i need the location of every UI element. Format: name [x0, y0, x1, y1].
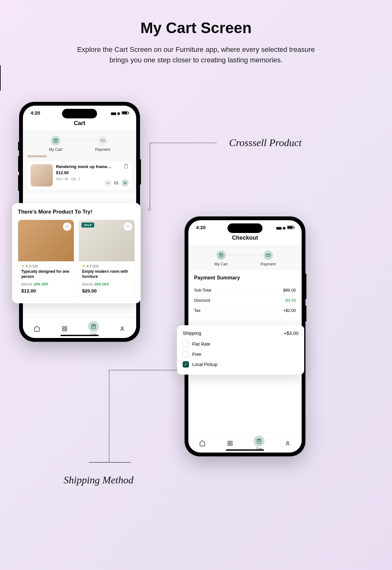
- progress-stepper: My Cart Payment: [188, 246, 302, 270]
- connector-line: [109, 370, 109, 462]
- screen-title-cart: Cart: [23, 117, 136, 131]
- product-name: Typically designed for one person: [21, 269, 71, 279]
- screen-title-checkout: Checkout: [188, 232, 302, 246]
- annotation-divider: [0, 65, 1, 91]
- progress-stepper: My Cart Payment: [23, 131, 136, 155]
- status-icons: [276, 225, 294, 230]
- connector-line: [109, 370, 178, 370]
- nav-categories[interactable]: [226, 439, 234, 448]
- product-discount: 10% OFF: [33, 282, 48, 286]
- qty-minus-button[interactable]: −: [104, 179, 111, 186]
- home-indicator: [60, 335, 99, 336]
- nav-cart[interactable]: Cart: [254, 436, 264, 451]
- svg-rect-1: [101, 139, 105, 142]
- cart-item-price: $12.00: [56, 170, 129, 175]
- bottom-nav: Cart: [188, 432, 302, 453]
- signal-icon: [111, 110, 116, 116]
- qty-value: 01: [114, 181, 119, 185]
- shipping-option-free[interactable]: Free: [183, 349, 298, 359]
- product-oldprice: $20.00: [82, 282, 93, 286]
- crosssell-title: There's More Product To Try!: [18, 209, 135, 215]
- trash-icon[interactable]: [123, 164, 129, 169]
- svg-rect-13: [231, 441, 232, 443]
- product-price: $20.00: [82, 288, 131, 293]
- svg-rect-6: [65, 329, 67, 331]
- payment-summary-title: Payment Summary: [194, 275, 296, 281]
- status-time: 4:20: [196, 225, 206, 230]
- product-card[interactable]: ♡ ★4.3 (10) Typically designed for one p…: [18, 220, 74, 298]
- nav-home[interactable]: [32, 324, 41, 333]
- signal-icon: [276, 225, 281, 230]
- wifi-icon: [283, 225, 286, 230]
- svg-rect-3: [63, 327, 64, 328]
- discount-label: Discount: [194, 298, 210, 303]
- product-card[interactable]: SALE ♡ ★4.3 (10) Empty modern room with …: [79, 220, 135, 298]
- heart-icon[interactable]: ♡: [63, 222, 71, 231]
- nav-cart[interactable]: Cart: [88, 321, 99, 336]
- step-cart-label: My Cart: [49, 147, 62, 152]
- svg-rect-14: [228, 444, 230, 445]
- nav-profile[interactable]: [283, 439, 292, 448]
- shipping-option-flat[interactable]: Flat Rate: [183, 339, 298, 349]
- star-icon: ★: [82, 264, 85, 268]
- svg-rect-4: [65, 327, 67, 328]
- nav-home[interactable]: [198, 439, 207, 448]
- connector-line: [150, 143, 216, 143]
- nav-profile[interactable]: [118, 324, 127, 333]
- subtotal-label: Sub Total: [194, 288, 211, 292]
- checkbox-checked-icon[interactable]: ✓: [183, 361, 189, 368]
- page-subtitle: Explore the Cart Screen on our Furniture…: [72, 44, 320, 65]
- bottom-nav: Cart: [23, 318, 136, 338]
- annotation-crosssell: Crosssell Product: [229, 137, 302, 149]
- star-icon: ★: [21, 264, 24, 268]
- step-payment-label: Payment: [95, 147, 110, 152]
- discount-value: -$4.50: [284, 298, 296, 303]
- step-cart-icon[interactable]: [51, 136, 60, 145]
- tax-label: Tax: [194, 308, 200, 313]
- tax-value: +$2.00: [283, 308, 296, 313]
- product-rating: ★4.3 (10): [82, 264, 131, 268]
- cart-item-qty-label: Qty: 1: [71, 177, 80, 181]
- annotation-shipping: Shipping Method: [64, 474, 134, 486]
- cart-item-image: [31, 164, 53, 186]
- product-rating: ★4.3 (10): [21, 264, 71, 268]
- heart-icon[interactable]: ♡: [124, 222, 132, 231]
- status-time: 4:20: [31, 110, 40, 116]
- subtotal-value: $88.00: [283, 288, 296, 292]
- nav-categories[interactable]: [60, 324, 69, 333]
- svg-rect-5: [63, 329, 64, 331]
- shipping-option-pickup[interactable]: ✓Local Pickup: [183, 359, 298, 369]
- product-image: SALE ♡: [79, 220, 135, 261]
- connector-line: [150, 143, 150, 209]
- shipping-value: +$3.00: [284, 330, 298, 336]
- step-payment-icon[interactable]: [263, 250, 273, 260]
- checkbox-icon[interactable]: [183, 351, 189, 357]
- svg-rect-10: [266, 254, 270, 257]
- crosssell-panel: There's More Product To Try! ♡ ★4.3 (10)…: [12, 203, 141, 303]
- step-payment-label: Payment: [261, 262, 276, 266]
- product-image: ♡: [18, 220, 74, 261]
- cart-item-name: Rendering mock up frame…: [56, 164, 129, 169]
- svg-point-8: [121, 327, 123, 329]
- wifi-icon: [117, 110, 120, 116]
- status-icons: [111, 110, 129, 116]
- checkbox-icon[interactable]: [183, 341, 189, 347]
- product-discount: 15% OFF: [94, 282, 109, 286]
- battery-icon: [287, 226, 294, 229]
- battery-icon: [122, 111, 129, 115]
- step-cart-icon[interactable]: [216, 250, 226, 260]
- step-cart-label: My Cart: [214, 262, 228, 266]
- shipping-label: Shipping: [183, 330, 201, 336]
- product-name: Empty modern room with furniture: [82, 269, 131, 279]
- sale-badge: SALE: [81, 222, 94, 228]
- cart-item-size: Size: M: [56, 177, 68, 181]
- shipping-panel: Shipping +$3.00 Flat Rate Free ✓Local Pi…: [177, 325, 304, 375]
- phone-notch: [62, 109, 97, 118]
- connector-dot: [148, 208, 151, 211]
- step-payment-icon[interactable]: [98, 136, 108, 145]
- home-indicator: [226, 449, 264, 451]
- cart-item[interactable]: Rendering mock up frame… $12.00 Size: M …: [27, 161, 132, 190]
- connector-line: [89, 462, 130, 463]
- qty-plus-button[interactable]: +: [122, 179, 129, 186]
- product-price: $12.00: [21, 288, 71, 293]
